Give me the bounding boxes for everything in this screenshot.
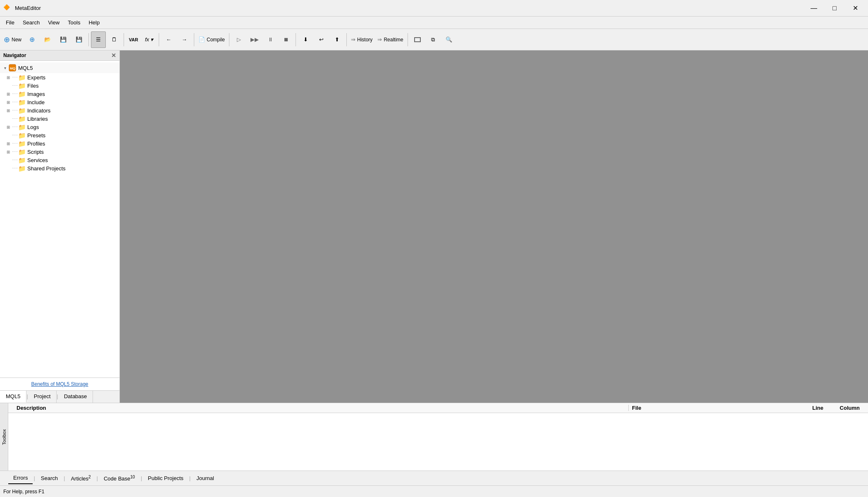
toolbar: ⊕ New ⊕ 📂 💾 💾 ☰ 🗒 VAR fx ▾ ← → 📄 Compile: [0, 29, 868, 50]
tree-item-presets[interactable]: ⊞ ····· 📁 Presets: [0, 131, 119, 139]
tree-item-include[interactable]: ⊞ ····· 📁 Include: [0, 98, 119, 106]
new-button[interactable]: ⊕ New: [2, 31, 24, 48]
navigator-header: Navigator ✕: [0, 50, 119, 61]
mql5-label: MQL5: [18, 65, 33, 71]
expand-scripts-icon: ⊞: [5, 148, 12, 155]
tree-label-indicators: Indicators: [27, 108, 50, 114]
tree-item-services[interactable]: ⊞ ····· 📁 Services: [0, 156, 119, 164]
zoom-icon: 🔍: [446, 36, 452, 43]
var-button[interactable]: VAR: [126, 31, 141, 48]
new-icon: ⊕: [4, 35, 10, 44]
status-bar: For Help, press F1: [0, 485, 868, 497]
bottom-tab-search[interactable]: Search: [36, 473, 63, 484]
mql5-storage-link[interactable]: Benefits of MQL5 Storage: [0, 378, 119, 390]
expand-include-icon: ⊞: [5, 99, 12, 105]
expand-experts-icon: ⊞: [5, 74, 12, 81]
bottom-tab-errors[interactable]: Errors: [8, 472, 33, 484]
print2-button[interactable]: 🗒: [107, 31, 122, 48]
menu-tools[interactable]: Tools: [64, 18, 84, 27]
save-all-button[interactable]: 💾: [72, 31, 86, 48]
print-button[interactable]: ☰: [91, 31, 106, 48]
menu-help[interactable]: Help: [84, 18, 104, 27]
save-button[interactable]: 💾: [56, 31, 71, 48]
maximize-button[interactable]: □: [825, 2, 844, 15]
step-into-button[interactable]: ⬇: [298, 31, 313, 48]
nav-tab-mql5[interactable]: MQL5: [0, 391, 26, 403]
fx-icon: fx ▾: [145, 36, 154, 43]
tree-item-experts[interactable]: ⊞ ····· 📁 Experts: [0, 73, 119, 81]
codebase-badge: 10: [130, 475, 135, 479]
tree-item-files[interactable]: ⊞ ····· 📁 Files: [0, 81, 119, 90]
back-icon: ←: [166, 36, 172, 43]
svg-text:MQ: MQ: [10, 67, 15, 70]
toolbox-label: Toolbox: [2, 429, 7, 445]
step-out-icon: ⬆: [335, 36, 339, 43]
step-out-button[interactable]: ⬆: [329, 31, 344, 48]
menu-file[interactable]: File: [2, 18, 19, 27]
tree-item-shared-projects[interactable]: ⊞ ····· 📁 Shared Projects: [0, 164, 119, 172]
folder-services-icon: 📁: [18, 157, 26, 163]
minimize-button[interactable]: —: [804, 2, 823, 15]
tree-label-include: Include: [27, 99, 45, 105]
forward-button[interactable]: →: [177, 31, 192, 48]
open-icon: 📂: [44, 36, 51, 43]
bottom-tab-public-projects[interactable]: Public Projects: [143, 473, 188, 484]
zoom-button[interactable]: 🔍: [441, 31, 456, 48]
run-fast-button[interactable]: ▶▶: [247, 31, 262, 48]
toolbar-sep-8: [408, 33, 408, 46]
run-button[interactable]: ▷: [231, 31, 246, 48]
toolbar-sep-5: [229, 33, 229, 46]
tree-item-indicators[interactable]: ⊞ ····· 📁 Indicators: [0, 106, 119, 115]
tree-item-scripts[interactable]: ⊞ ····· 📁 Scripts: [0, 148, 119, 156]
bottom-content: [8, 413, 868, 471]
expand-profiles-icon: ⊞: [5, 140, 12, 147]
tree-item-libraries[interactable]: ⊞ ····· 📁 Libraries: [0, 115, 119, 123]
tree-label-logs: Logs: [27, 124, 39, 130]
back-button[interactable]: ←: [161, 31, 176, 48]
tree-label-libraries: Libraries: [27, 116, 48, 122]
folder-logs-icon: 📁: [18, 124, 26, 130]
bottom-tab-articles[interactable]: Articles2: [66, 472, 95, 484]
navigator-tree: ▾ MQ MQL5 ⊞ ····· 📁 Experts ⊞ ·····: [0, 61, 119, 378]
tree-item-logs[interactable]: ⊞ ····· 📁 Logs: [0, 123, 119, 131]
copy-button[interactable]: ⧉: [426, 31, 441, 48]
close-button[interactable]: ✕: [846, 2, 865, 15]
save-icon: 💾: [60, 36, 67, 43]
compile-button[interactable]: 📄 Compile: [196, 31, 227, 48]
menu-search[interactable]: Search: [19, 18, 44, 27]
step-over-icon: ↩: [319, 36, 324, 43]
bottom-tab-journal[interactable]: Journal: [191, 473, 219, 484]
toolbar-sep-7: [346, 33, 347, 46]
tree-label-services: Services: [27, 157, 48, 163]
navigator-close-button[interactable]: ✕: [111, 52, 116, 59]
open-button[interactable]: 📂: [40, 31, 55, 48]
fx-button[interactable]: fx ▾: [142, 31, 157, 48]
rect-button[interactable]: [410, 31, 425, 48]
history-button[interactable]: ⇒ History: [349, 31, 374, 48]
app-icon: 🔶: [3, 4, 12, 12]
bottom-tab-codebase[interactable]: Code Base10: [99, 472, 140, 484]
expand-indicators-icon: ⊞: [5, 107, 12, 114]
tree-item-images[interactable]: ⊞ ····· 📁 Images: [0, 90, 119, 98]
run-fast-icon: ▶▶: [250, 36, 259, 43]
menu-view[interactable]: View: [44, 18, 64, 27]
tree-item-profiles[interactable]: ⊞ ····· 📁 Profiles: [0, 139, 119, 148]
pause-icon: ⏸: [268, 36, 273, 43]
new-label: New: [12, 37, 21, 43]
nav-tab-database[interactable]: Database: [58, 391, 93, 403]
toolbox-tab[interactable]: Toolbox: [0, 403, 8, 471]
realtime-button[interactable]: ⇒ Realtime: [375, 31, 405, 48]
new-file-button[interactable]: ⊕: [24, 31, 39, 48]
compile-icon: 📄: [198, 36, 205, 43]
tree-root-mql5[interactable]: ▾ MQ MQL5: [0, 62, 119, 73]
folder-indicators-icon: 📁: [18, 107, 26, 114]
pause-button[interactable]: ⏸: [263, 31, 278, 48]
tree-label-scripts: Scripts: [27, 149, 44, 155]
tree-label-presets: Presets: [27, 132, 45, 139]
step-over-button[interactable]: ↩: [314, 31, 329, 48]
status-text: For Help, press F1: [3, 489, 44, 495]
folder-scripts-icon: 📁: [18, 148, 26, 155]
stop-button[interactable]: ⏹: [279, 31, 293, 48]
save-all-icon: 💾: [76, 36, 82, 43]
nav-tab-project[interactable]: Project: [28, 391, 57, 403]
